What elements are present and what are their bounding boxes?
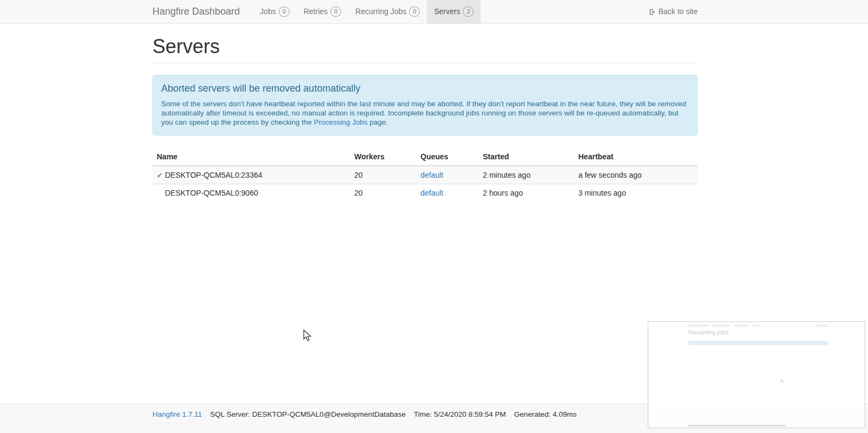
top-navbar: Hangfire Dashboard Jobs 0 Retries 0 Recu… [0, 0, 868, 24]
page-title: Servers [152, 35, 698, 63]
mouse-cursor-icon [303, 329, 314, 344]
processing-jobs-link[interactable]: Processing Jobs [314, 118, 367, 126]
server-workers-cell: 20 [350, 184, 416, 202]
column-header-heartbeat: Heartbeat [574, 148, 698, 166]
ghost-nav-bar [752, 325, 760, 327]
ghost-footer-text [688, 425, 786, 426]
recurring-jobs-count-badge: 0 [409, 7, 420, 17]
nav-item-retries[interactable]: Retries 0 [297, 0, 348, 23]
servers-count-badge: 2 [463, 7, 474, 17]
logout-icon [649, 8, 656, 16]
nav-item-recurring-jobs[interactable]: Recurring Jobs 0 [348, 0, 427, 23]
server-heartbeat-cell: 3 minutes ago [574, 184, 698, 202]
nav-item-servers[interactable]: Servers 2 [427, 0, 481, 23]
ghost-nav-bar [688, 325, 709, 327]
back-to-site-link[interactable]: Back to site [649, 0, 698, 23]
server-started-cell: 2 hours ago [478, 184, 574, 202]
server-active-check-icon: ✔ [157, 171, 165, 179]
server-name-cell: ✔DESKTOP-QCM5AL0:23364 [152, 166, 350, 184]
brand-hangfire-dashboard[interactable]: Hangfire Dashboard [152, 0, 240, 23]
nav-item-label: Servers [434, 0, 460, 23]
footer-generated: Generated: 4.09ms [514, 410, 577, 418]
column-header-name: Name [152, 148, 350, 166]
back-to-site-label: Back to site [659, 0, 698, 23]
column-header-queues: Queues [416, 148, 478, 166]
servers-table: Name Workers Queues Started Heartbeat ✔D… [152, 148, 698, 202]
ghost-cursor-icon [780, 378, 786, 386]
ghost-highlighted-row [688, 341, 828, 345]
table-row: ✔DESKTOP-QCM5AL0:23364 20 default 2 minu… [152, 166, 698, 184]
column-header-workers: Workers [350, 148, 416, 166]
alert-text-after: page. [368, 118, 388, 126]
fading-page-preview: Recurring jobs [648, 321, 865, 428]
server-name: DESKTOP-QCM5AL0:23364 [165, 171, 263, 179]
server-queues-cell: default [416, 184, 478, 202]
server-name-cell: DESKTOP-QCM5AL0:9060 [152, 184, 350, 202]
column-header-started: Started [478, 148, 574, 166]
alert-body: Some of the servers don't have heartbeat… [161, 99, 689, 127]
queue-default-link[interactable]: default [420, 171, 443, 179]
ghost-nav-bar [815, 325, 828, 327]
server-queues-cell: default [416, 166, 478, 184]
server-name: DESKTOP-QCM5AL0:9060 [165, 189, 258, 197]
server-heartbeat-cell: a few seconds ago [574, 166, 698, 184]
server-workers-cell: 20 [350, 166, 416, 184]
alert-title: Aborted servers will be removed automati… [161, 83, 689, 94]
nav-item-label: Retries [304, 0, 328, 23]
footer-time: Time: 5/24/2020 8:59:54 PM [414, 410, 506, 418]
ghost-nav-bar [734, 325, 749, 327]
hangfire-version-link[interactable]: Hangfire 1.7.11 [152, 410, 202, 418]
nav-item-jobs[interactable]: Jobs 0 [253, 0, 297, 23]
main-content: Servers Aborted servers will be removed … [152, 35, 698, 202]
nav-item-label: Recurring Jobs [355, 0, 406, 23]
retries-count-badge: 0 [330, 7, 341, 17]
nav-tabs: Jobs 0 Retries 0 Recurring Jobs 0 Server… [253, 0, 481, 23]
ghost-nav-bar [712, 325, 730, 327]
queue-default-link[interactable]: default [420, 189, 443, 197]
ghost-preview-title: Recurring jobs [688, 329, 729, 335]
jobs-count-badge: 0 [279, 7, 290, 17]
alert-text-before: Some of the servers don't have heartbeat… [161, 100, 686, 126]
nav-item-label: Jobs [260, 0, 276, 23]
footer-storage: SQL Server: DESKTOP-QCM5AL0@DevelopmentD… [210, 410, 405, 418]
server-started-cell: 2 minutes ago [478, 166, 574, 184]
aborted-servers-alert: Aborted servers will be removed automati… [152, 75, 698, 135]
table-row: DESKTOP-QCM5AL0:9060 20 default 2 hours … [152, 184, 698, 202]
table-header-row: Name Workers Queues Started Heartbeat [152, 148, 698, 166]
